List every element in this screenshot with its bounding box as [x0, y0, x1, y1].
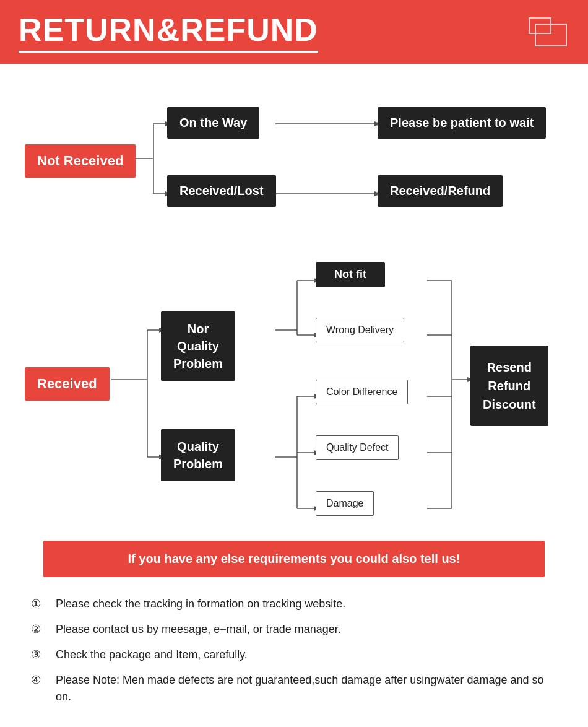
resend-label: ResendRefundDiscount — [470, 346, 548, 426]
on-the-way-box: On the Way — [167, 107, 259, 139]
not-received-label: Not Received — [25, 144, 136, 178]
quality-problem-label: QualityProblem — [161, 429, 235, 481]
quality-problem-box: QualityProblem — [161, 429, 235, 481]
damage-label: Damage — [316, 491, 374, 516]
resend-box: ResendRefundDiscount — [470, 346, 548, 426]
nor-quality-box: NorQualityProblem — [161, 311, 235, 381]
instructions-section: ①Please check the tracking in formation … — [19, 596, 569, 705]
nor-quality-label: NorQualityProblem — [161, 311, 235, 381]
instruction-item-1: ①Please check the tracking in formation … — [31, 596, 557, 612]
instruction-num-4: ④ — [31, 672, 48, 689]
patient-box: Please be patient to wait — [378, 107, 546, 139]
instruction-item-4: ④Please Note: Men made defects are not g… — [31, 672, 557, 705]
instruction-num-2: ② — [31, 621, 48, 638]
wrong-delivery-label: Wrong Delivery — [316, 318, 404, 342]
quality-defect-label: Quality Defect — [316, 435, 399, 460]
damage-box: Damage — [316, 491, 374, 516]
received-label: Received — [25, 367, 110, 401]
header-icon — [526, 15, 569, 49]
color-diff-label: Color Difference — [316, 380, 408, 404]
bottom-flow-section: Received NorQualityProblem QualityProble… — [19, 250, 569, 522]
refund-box: Received/Refund — [378, 175, 503, 207]
top-flow-section: Not Received On the Way Received/Lost Pl… — [19, 95, 569, 231]
instruction-num-1: ① — [31, 596, 48, 612]
header: RETURN&REFUND — [0, 0, 588, 64]
received-lost-label: Received/Lost — [167, 175, 276, 207]
color-diff-box: Color Difference — [316, 380, 408, 404]
page-title: RETURN&REFUND — [19, 11, 318, 53]
quality-defect-box: Quality Defect — [316, 435, 399, 460]
instruction-text-4: Please Note: Men made defects are not gu… — [56, 672, 557, 705]
instruction-text-1: Please check the tracking in formation o… — [56, 596, 345, 612]
notice-bar: If you have any else requirements you co… — [43, 541, 545, 577]
not-fit-label: Not fit — [316, 262, 385, 287]
refund-label: Received/Refund — [378, 175, 503, 207]
svg-rect-1 — [529, 18, 551, 33]
on-the-way-label: On the Way — [167, 107, 259, 139]
patient-label: Please be patient to wait — [378, 107, 546, 139]
received-lost-box: Received/Lost — [167, 175, 276, 207]
instruction-item-3: ③Check the package and Item, carefully. — [31, 646, 557, 663]
received-box: Received — [25, 367, 110, 401]
main-content: Not Received On the Way Received/Lost Pl… — [0, 64, 588, 726]
not-fit-box: Not fit — [316, 262, 385, 287]
instruction-text-2: Please contact us by meesage, e−mail, or… — [56, 621, 341, 638]
instruction-item-2: ②Please contact us by meesage, e−mail, o… — [31, 621, 557, 638]
instruction-text-3: Check the package and Item, carefully. — [56, 646, 248, 663]
instruction-num-3: ③ — [31, 646, 48, 663]
wrong-delivery-box: Wrong Delivery — [316, 318, 404, 342]
not-received-box: Not Received — [25, 144, 136, 178]
